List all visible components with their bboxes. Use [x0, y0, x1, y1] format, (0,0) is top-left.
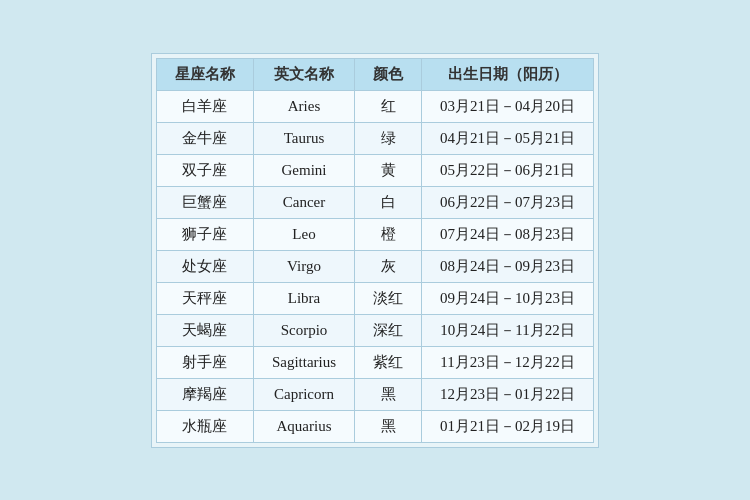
table-cell: 双子座: [156, 154, 253, 186]
table-cell: 射手座: [156, 346, 253, 378]
table-cell: Libra: [253, 282, 354, 314]
table-cell: 06月22日－07月23日: [422, 186, 594, 218]
table-row: 金牛座Taurus绿04月21日－05月21日: [156, 122, 593, 154]
table-cell: 黑: [355, 378, 422, 410]
table-cell: 淡红: [355, 282, 422, 314]
table-row: 水瓶座Aquarius黑01月21日－02月19日: [156, 410, 593, 442]
table-header-cell: 出生日期（阳历）: [422, 58, 594, 90]
table-cell: 12月23日－01月22日: [422, 378, 594, 410]
table-cell: 水瓶座: [156, 410, 253, 442]
table-cell: Virgo: [253, 250, 354, 282]
zodiac-table-container: 星座名称英文名称颜色出生日期（阳历） 白羊座Aries红03月21日－04月20…: [151, 53, 599, 448]
table-cell: 03月21日－04月20日: [422, 90, 594, 122]
table-cell: 04月21日－05月21日: [422, 122, 594, 154]
table-cell: Gemini: [253, 154, 354, 186]
table-cell: 灰: [355, 250, 422, 282]
table-row: 白羊座Aries红03月21日－04月20日: [156, 90, 593, 122]
table-row: 天蝎座Scorpio深红10月24日－11月22日: [156, 314, 593, 346]
table-row: 处女座Virgo灰08月24日－09月23日: [156, 250, 593, 282]
table-cell: 紫红: [355, 346, 422, 378]
table-cell: Capricorn: [253, 378, 354, 410]
table-row: 双子座Gemini黄05月22日－06月21日: [156, 154, 593, 186]
table-cell: Scorpio: [253, 314, 354, 346]
table-row: 巨蟹座Cancer白06月22日－07月23日: [156, 186, 593, 218]
table-cell: 摩羯座: [156, 378, 253, 410]
table-header-cell: 英文名称: [253, 58, 354, 90]
table-cell: Taurus: [253, 122, 354, 154]
table-row: 射手座Sagittarius紫红11月23日－12月22日: [156, 346, 593, 378]
table-cell: 白: [355, 186, 422, 218]
table-cell: 07月24日－08月23日: [422, 218, 594, 250]
table-cell: Aries: [253, 90, 354, 122]
table-cell: 红: [355, 90, 422, 122]
table-cell: 10月24日－11月22日: [422, 314, 594, 346]
table-cell: Leo: [253, 218, 354, 250]
table-header-cell: 颜色: [355, 58, 422, 90]
table-cell: 天秤座: [156, 282, 253, 314]
table-row: 天秤座Libra淡红09月24日－10月23日: [156, 282, 593, 314]
table-header-row: 星座名称英文名称颜色出生日期（阳历）: [156, 58, 593, 90]
table-cell: 01月21日－02月19日: [422, 410, 594, 442]
table-cell: 08月24日－09月23日: [422, 250, 594, 282]
table-cell: 金牛座: [156, 122, 253, 154]
zodiac-table: 星座名称英文名称颜色出生日期（阳历） 白羊座Aries红03月21日－04月20…: [156, 58, 594, 443]
table-cell: Sagittarius: [253, 346, 354, 378]
table-cell: 绿: [355, 122, 422, 154]
table-cell: 白羊座: [156, 90, 253, 122]
table-cell: 09月24日－10月23日: [422, 282, 594, 314]
table-cell: Cancer: [253, 186, 354, 218]
table-cell: 黄: [355, 154, 422, 186]
table-cell: 05月22日－06月21日: [422, 154, 594, 186]
table-header-cell: 星座名称: [156, 58, 253, 90]
table-row: 狮子座Leo橙07月24日－08月23日: [156, 218, 593, 250]
table-row: 摩羯座Capricorn黑12月23日－01月22日: [156, 378, 593, 410]
table-cell: 狮子座: [156, 218, 253, 250]
table-cell: Aquarius: [253, 410, 354, 442]
table-cell: 天蝎座: [156, 314, 253, 346]
table-cell: 黑: [355, 410, 422, 442]
table-cell: 深红: [355, 314, 422, 346]
table-cell: 11月23日－12月22日: [422, 346, 594, 378]
table-cell: 巨蟹座: [156, 186, 253, 218]
table-cell: 处女座: [156, 250, 253, 282]
table-body: 白羊座Aries红03月21日－04月20日金牛座Taurus绿04月21日－0…: [156, 90, 593, 442]
table-cell: 橙: [355, 218, 422, 250]
